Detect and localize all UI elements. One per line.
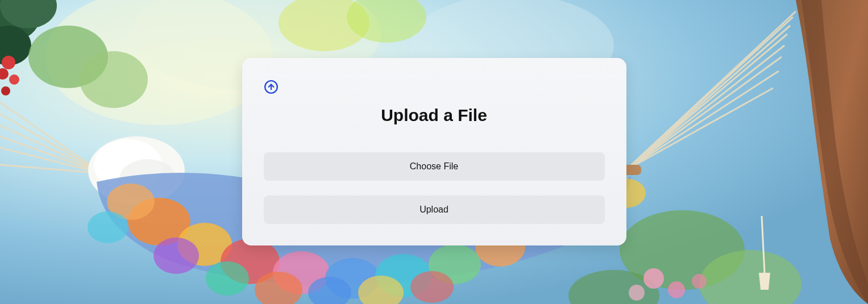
svg-point-58 <box>88 211 128 243</box>
upload-button[interactable]: Upload <box>264 195 605 224</box>
svg-point-7 <box>2 56 15 69</box>
card-title: Upload a File <box>264 106 605 125</box>
svg-point-10 <box>1 86 10 95</box>
svg-point-17 <box>668 281 685 298</box>
upload-card: Upload a File Choose File Upload <box>242 58 626 245</box>
upload-icon <box>264 80 605 97</box>
svg-point-19 <box>692 274 707 289</box>
svg-point-52 <box>206 261 249 295</box>
svg-point-51 <box>153 238 199 274</box>
svg-point-56 <box>410 271 454 303</box>
svg-point-16 <box>643 268 664 289</box>
choose-file-button[interactable]: Choose File <box>264 152 605 181</box>
svg-point-9 <box>9 74 19 85</box>
svg-point-12 <box>80 51 148 108</box>
svg-point-18 <box>629 285 645 301</box>
